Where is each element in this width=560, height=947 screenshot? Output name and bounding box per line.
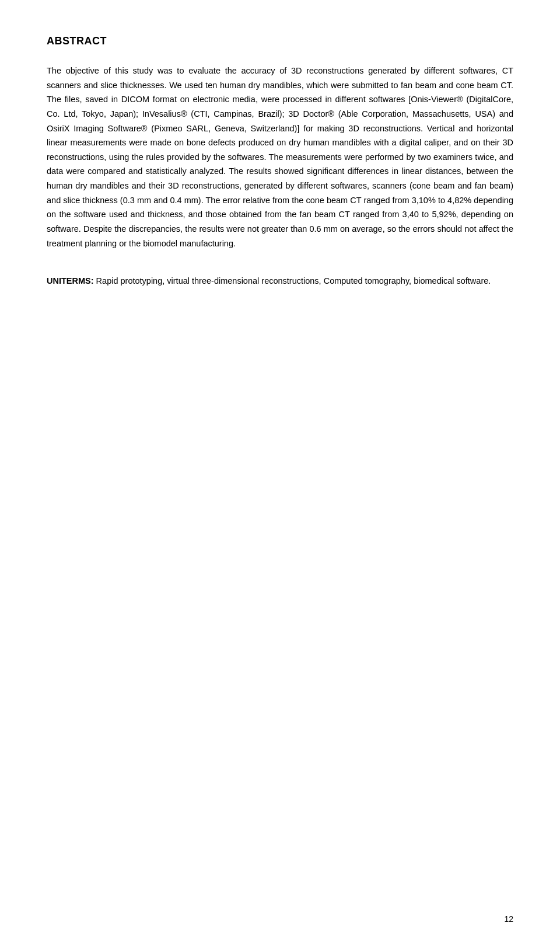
uniterms-section: UNITERMS: Rapid prototyping, virtual thr… <box>47 274 513 288</box>
uniterms-label: UNITERMS: <box>47 276 94 286</box>
page-number: 12 <box>504 914 513 924</box>
uniterms-text: Rapid prototyping, virtual three-dimensi… <box>96 276 491 286</box>
page: ABSTRACT The objective of this study was… <box>0 0 560 947</box>
abstract-body: The objective of this study was to evalu… <box>47 64 513 250</box>
abstract-heading: ABSTRACT <box>47 35 513 47</box>
